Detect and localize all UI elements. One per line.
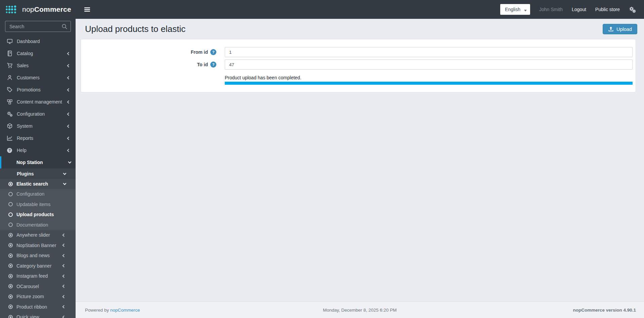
cube-icon: [5, 123, 14, 129]
dot-circle-icon: [8, 294, 13, 299]
sidebar-item-customers[interactable]: Customers: [0, 72, 76, 84]
sidebar-item-label: Content management: [17, 99, 62, 105]
topbar-right-group: English John Smith Logout Public store: [500, 0, 644, 19]
sidebar-item-label: Blogs and news: [16, 253, 50, 258]
sidebar-item-picture-zoom[interactable]: Picture zoom: [0, 291, 76, 302]
sidebar-item-updatable-items[interactable]: Updatable items: [0, 199, 76, 210]
to-id-field-col: [225, 59, 633, 70]
sidebar-item-anywhere-slider[interactable]: Anywhere slider: [0, 230, 76, 240]
logo-dots-icon: [5, 5, 18, 14]
to-id-label: To id: [197, 62, 208, 67]
sidebar-item-sales[interactable]: Sales: [0, 59, 76, 72]
sidebar-item-help[interactable]: ?Help: [0, 144, 76, 156]
chevron-down-icon: [68, 160, 72, 164]
sidebar-item-label: Help: [17, 148, 27, 153]
sidebar-item-ocarousel[interactable]: OCarousel: [0, 281, 76, 292]
nopcommerce-logo[interactable]: nopCommerce: [0, 0, 76, 19]
status-block: Product upload has been completed.: [225, 75, 633, 85]
logout-link[interactable]: Logout: [572, 7, 586, 12]
cart-icon: [5, 63, 14, 69]
circle-icon: [8, 192, 13, 196]
chevron-left-icon: [67, 112, 71, 116]
chevron-down-icon: [63, 182, 67, 185]
sidebar-item-blogs-and-news[interactable]: Blogs and news: [0, 250, 76, 261]
from-id-label: From id: [191, 49, 208, 55]
dot-circle-icon: [8, 264, 13, 268]
logo-text: nopCommerce: [22, 5, 71, 13]
chevron-left-icon: [62, 264, 66, 268]
sidebar-item-label: Dashboard: [17, 39, 40, 44]
footer: Monday, December 8, 2025 6:20 PM Powered…: [76, 302, 644, 318]
chevron-left-icon: [62, 315, 66, 318]
from-id-input[interactable]: [225, 47, 633, 57]
search-icon[interactable]: [61, 24, 68, 30]
to-id-label-col: To id ?: [84, 62, 216, 68]
sidebar-item-label: Documentation: [16, 222, 48, 228]
dot-circle-icon: [8, 315, 13, 318]
sidebar-item-label: Picture zoom: [16, 294, 44, 299]
search-input[interactable]: [5, 24, 71, 29]
sidebar-item-label: Updatable items: [16, 202, 50, 207]
sidebar-item-label: Anywhere slider: [16, 232, 50, 238]
to-id-help-icon[interactable]: ?: [210, 62, 216, 68]
sidebar-item-promotions[interactable]: Promotions: [0, 84, 76, 96]
public-store-link[interactable]: Public store: [595, 7, 620, 12]
chevron-left-icon: [67, 64, 71, 67]
circle-icon: [8, 212, 13, 217]
sidebar-item-label: Configuration: [16, 191, 44, 197]
sidebar-item-instagram-feed[interactable]: Instagram feed: [0, 271, 76, 281]
settings-gears-button[interactable]: [629, 6, 636, 13]
sidebar-item-documentation[interactable]: Documentation: [0, 220, 76, 230]
sidebar-item-configuration[interactable]: Configuration: [0, 189, 76, 199]
sidebar-search: [5, 21, 71, 32]
language-selector[interactable]: English: [500, 4, 530, 15]
sidebar-item-nopstation-banner[interactable]: NopStation Banner: [0, 240, 76, 251]
upload-button-label: Upload: [616, 27, 632, 32]
sidebar-item-category-banner[interactable]: Category banner: [0, 261, 76, 271]
sidebar-item-nop-station[interactable]: Nop Station: [0, 156, 76, 168]
sidebar-item-catalog[interactable]: Catalog: [0, 47, 76, 59]
sidebar-item-label: Catalog: [17, 51, 33, 56]
help-icon: ?: [5, 148, 14, 153]
footer-version: nopCommerce version 4.90.1: [573, 308, 636, 313]
sidebar-item-product-ribbon[interactable]: Product ribbon: [0, 302, 76, 312]
cogs-icon: [5, 111, 14, 117]
sidebar-item-content-management[interactable]: Content management: [0, 96, 76, 108]
sidebar-item-plugins[interactable]: Plugins: [0, 168, 76, 179]
sidebar-item-quick-view[interactable]: Quick view: [0, 312, 76, 318]
sidebar-item-label: Customers: [17, 75, 40, 80]
caret-down-icon: [524, 10, 527, 11]
chart-icon: [5, 135, 14, 141]
book-icon: [5, 50, 14, 56]
nopcommerce-link[interactable]: nopCommerce: [110, 308, 140, 313]
footer-powered-by: Powered by nopCommerce: [85, 308, 140, 313]
sidebar-item-label: Elastic search: [16, 181, 48, 187]
circle-icon: [8, 223, 13, 227]
hamburger-icon: [84, 7, 90, 12]
dot-circle-icon: [8, 274, 13, 278]
content-area: Upload products to elastic Upload From i…: [76, 19, 644, 318]
to-id-row: To id ?: [84, 59, 633, 70]
sidebar-item-elastic-search[interactable]: Elastic search: [0, 179, 76, 189]
sidebar-toggle-button[interactable]: [84, 7, 90, 12]
to-id-input[interactable]: [225, 59, 633, 70]
sidebar-item-configuration[interactable]: Configuration: [0, 108, 76, 120]
progress-fill: [225, 82, 633, 85]
progress-bar: [225, 82, 633, 85]
upload-button[interactable]: Upload: [603, 24, 637, 34]
sidebar-item-upload-products[interactable]: Upload products: [0, 209, 76, 220]
sidebar-item-dashboard[interactable]: Dashboard: [0, 35, 76, 47]
sidebar-item-label: Upload products: [16, 212, 54, 217]
sidebar-item-system[interactable]: System: [0, 120, 76, 132]
from-id-field-col: [225, 47, 633, 57]
chevron-left-icon: [62, 285, 66, 288]
chevron-left-icon: [67, 149, 71, 152]
chevron-left-icon: [67, 88, 71, 91]
powered-by-text: Powered by: [85, 308, 109, 313]
sidebar-item-reports[interactable]: Reports: [0, 132, 76, 144]
chevron-left-icon: [62, 254, 66, 257]
sidebar-item-label: Plugins: [17, 171, 34, 176]
from-id-label-col: From id ?: [84, 49, 216, 55]
from-id-help-icon[interactable]: ?: [210, 49, 216, 55]
language-selected-label: English: [505, 7, 520, 12]
